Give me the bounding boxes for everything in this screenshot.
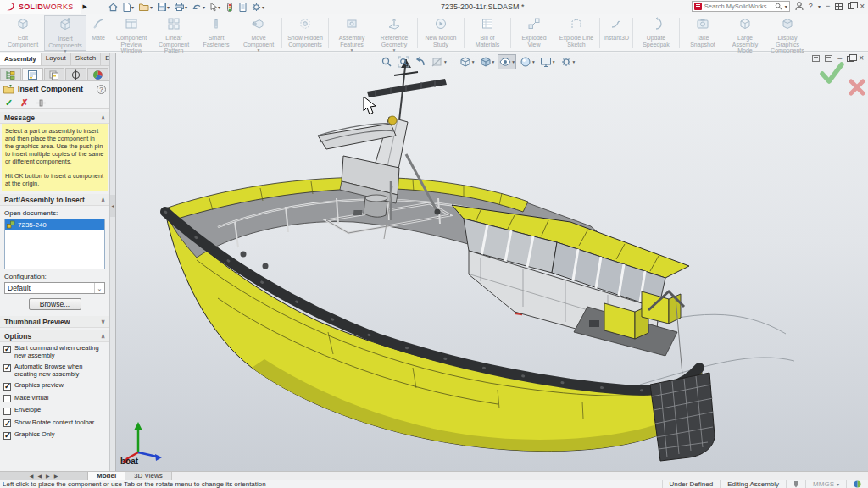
dropdown-caret-icon[interactable]: ▾ [532, 59, 535, 64]
home-button[interactable] [108, 2, 119, 13]
ribbon-instant3d[interactable]: Instant3D▼ [602, 15, 631, 51]
checkbox[interactable] [3, 395, 11, 402]
dropdown-caret-icon[interactable]: ▾ [131, 4, 134, 10]
select-button[interactable]: ▾ [209, 2, 221, 13]
doc-restore-button[interactable] [847, 56, 854, 62]
ribbon-show-hidden-components[interactable]: Show Hidden Components▼ [284, 15, 326, 51]
help-icon[interactable]: ? [97, 85, 106, 94]
tab-layout[interactable]: Layout [42, 53, 71, 65]
units-caret-icon[interactable]: ▾ [837, 481, 839, 487]
dropdown-caret-icon[interactable]: ▾ [573, 59, 576, 64]
dimxpert-manager-tab[interactable] [65, 68, 86, 80]
thumbnail-preview-section-header[interactable]: Thumbnail Preview∨ [0, 316, 109, 328]
search-icon[interactable] [775, 3, 782, 10]
ribbon-take-snapshot[interactable]: Take Snapshot▼ [682, 15, 724, 51]
options-section-header[interactable]: Options∧ [0, 330, 109, 342]
dropdown-caret-icon[interactable]: ▾ [185, 4, 187, 10]
file-properties-button[interactable] [238, 2, 248, 13]
restore-button[interactable] [848, 3, 854, 9]
display-style-button[interactable]: ▾ [478, 54, 497, 69]
dropdown-caret-icon[interactable]: ▾ [203, 4, 205, 10]
doc-close-button[interactable]: × [859, 54, 864, 63]
collapse-panel-handle[interactable]: ◂ [110, 195, 115, 217]
dropdown-caret-icon[interactable]: ▾ [512, 59, 515, 64]
search-box[interactable]: ▾ [692, 1, 790, 12]
browse-button[interactable]: Browse... [29, 298, 81, 310]
confirm-cancel-button[interactable] [848, 78, 866, 97]
feature-tree-tab[interactable] [0, 68, 21, 80]
dropdown-caret-icon[interactable]: ▾ [472, 59, 475, 64]
ribbon-explode-line-sketch[interactable]: Explode Line Sketch▼ [555, 15, 598, 51]
dropdown-caret-icon[interactable]: ▾ [262, 4, 264, 10]
minimize-button[interactable]: − [826, 1, 830, 12]
ribbon-move-component[interactable]: Move Component▼ [237, 15, 280, 51]
ribbon-assembly-features[interactable]: Assembly Features▼ [331, 15, 373, 51]
maximize-button[interactable] [835, 3, 843, 10]
zoom-to-area-button[interactable] [396, 54, 411, 69]
user-account-icon[interactable] [795, 2, 804, 11]
scroll-last-icon[interactable]: ▶ [54, 473, 58, 479]
ribbon-linear-component-pattern[interactable]: Linear Component Pattern▼ [153, 15, 195, 51]
panel-splitter[interactable]: ◂ [109, 53, 116, 471]
apply-scene-button[interactable]: ▾ [538, 54, 557, 69]
tab-assembly[interactable]: Assembly [0, 53, 42, 65]
3d-scene[interactable] [116, 53, 868, 471]
configuration-manager-tab[interactable] [44, 68, 65, 80]
confirm-ok-button[interactable] [819, 61, 844, 85]
graphics-area[interactable]: ▾ ▾ ▾ ▾ ▾ ▾ ▾ – × boat [116, 53, 868, 471]
open-documents-list[interactable]: 7235-240 [4, 219, 105, 269]
ribbon-new-motion-study[interactable]: New Motion Study▼ [420, 15, 462, 51]
part-assembly-section-header[interactable]: Part/Assembly to Insert∧ [0, 194, 109, 206]
scroll-next-icon[interactable]: ▶ [46, 473, 50, 479]
ribbon-bill-of-materials[interactable]: Bill of Materials▼ [466, 15, 509, 51]
checkbox[interactable] [3, 383, 11, 391]
appearances-tab[interactable] [87, 68, 108, 80]
save-button[interactable]: ▾ [157, 2, 170, 12]
ribbon-update-speedpak[interactable]: Update Speedpak▼ [635, 15, 677, 51]
ribbon-component-preview-window[interactable]: Component Preview Window▼ [110, 15, 153, 51]
help-button[interactable]: ? [809, 1, 813, 12]
dropdown-caret-icon[interactable]: ▾ [150, 4, 153, 10]
solidworks-logo[interactable]: SOLIDWORKS [0, 0, 81, 14]
tab-3d-views[interactable]: 3D Views [125, 472, 172, 480]
dropdown-caret-icon[interactable]: ▾ [167, 4, 170, 10]
ok-button[interactable]: ✓ [5, 98, 13, 108]
ribbon-insert-components[interactable]: Insert Components▼ [44, 15, 86, 51]
ribbon-large-assembly-mode[interactable]: Large Assembly Mode▼ [724, 15, 766, 51]
select-caret-icon[interactable]: ⌄ [94, 283, 104, 293]
checkbox[interactable] [3, 346, 11, 353]
scroll-first-icon[interactable]: ◀ [30, 473, 34, 479]
tab-scroll-buttons[interactable]: ◀ ◀ ▶ ▶ [0, 472, 88, 480]
undo-button[interactable]: ▾ [192, 2, 206, 12]
print-button[interactable]: ▾ [174, 2, 188, 12]
search-caret-icon[interactable]: ▾ [785, 3, 787, 9]
resources-icon[interactable] [846, 480, 868, 488]
ribbon-mate[interactable]: Mate▼ [86, 15, 110, 51]
edit-appearance-button[interactable]: ▾ [518, 54, 537, 69]
ribbon-edit-component[interactable]: Edit Component▼ [2, 15, 44, 51]
dropdown-caret-icon[interactable]: ▾ [218, 4, 220, 10]
pencil-icon[interactable] [786, 480, 805, 488]
rebuild-button[interactable] [225, 2, 235, 13]
dropdown-caret-icon[interactable]: ▾ [553, 59, 555, 64]
pushpin-icon[interactable] [36, 98, 47, 108]
previous-view-button[interactable] [413, 54, 428, 69]
checkbox[interactable] [3, 364, 11, 372]
checkbox[interactable] [3, 408, 11, 415]
zoom-to-fit-button[interactable] [379, 54, 394, 69]
dropdown-caret-icon[interactable]: ▾ [444, 59, 447, 64]
boat-model[interactable] [165, 177, 715, 461]
help-caret-icon[interactable]: ▾ [818, 3, 821, 9]
document-list-item[interactable]: 7235-240 [5, 219, 104, 230]
property-manager-tab[interactable] [22, 68, 43, 80]
ribbon-exploded-view[interactable]: Exploded View▼ [513, 15, 555, 51]
ribbon-smart-fasteners[interactable]: Smart Fasteners▼ [195, 15, 237, 51]
new-document-button[interactable]: ▾ [122, 2, 135, 13]
menu-expand-icon[interactable]: ▶ [83, 3, 87, 10]
tab-sketch[interactable]: Sketch [71, 53, 101, 65]
hide-show-items-button[interactable]: ▾ [498, 54, 516, 69]
cancel-button[interactable]: ✗ [20, 98, 28, 108]
section-view-button[interactable]: ▾ [430, 54, 448, 69]
search-input[interactable] [704, 3, 772, 10]
view-settings-button[interactable]: ▾ [559, 54, 577, 69]
